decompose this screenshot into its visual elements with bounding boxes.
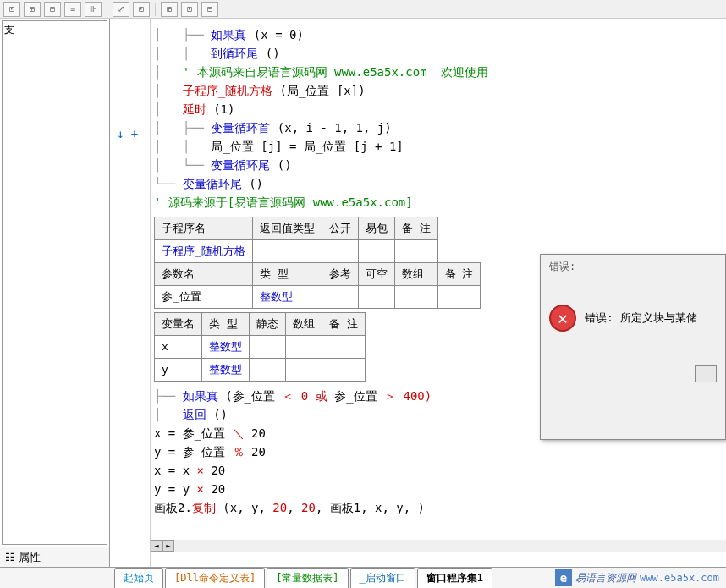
properties-label: 属性 [19,550,41,565]
toolbar-btn-2[interactable]: ⊞ [24,2,41,17]
dialog-body: ✕ 错误: 所定义块与某储 [541,279,725,357]
scroll-right-icon[interactable]: ► [162,540,174,552]
tab-startup-window[interactable]: _启动窗口 [350,568,415,588]
code-line: ' 源码来源于[易语言源码网 www.e5a5x.com] [154,193,723,212]
left-panel: 支 ☷ 属性 [0,19,110,567]
toolbar-btn-6[interactable]: ⤢ [113,2,129,17]
th: 变量名 [155,313,202,336]
toolbar-separator [107,3,107,16]
toolbar-separator [155,3,156,16]
th: 类 型 [202,313,250,336]
td[interactable]: 整数型 [252,286,322,309]
td[interactable] [358,286,394,309]
code-line: │ │ 局_位置 [j] = 局_位置 [j + 1] [154,137,723,156]
th: 易包 [358,217,394,240]
td[interactable] [322,359,366,382]
td[interactable] [252,240,322,263]
td[interactable] [437,286,481,309]
left-item: 支 [3,21,107,39]
td[interactable] [286,359,322,382]
td[interactable]: x [155,336,202,359]
toolbar-btn-10[interactable]: ⊟ [201,2,218,17]
code-gutter: ↓ + [110,19,151,567]
tab-start-page[interactable]: 起始页 [114,568,163,588]
watermark-text: 易语言资源网 [575,571,636,585]
code-line: y = 参_位置 ％ 20 [154,442,723,461]
error-icon: ✕ [549,305,576,332]
scroll-left-icon[interactable]: ◄ [151,540,162,552]
code-line: │ ' 本源码来自易语言源码网 www.e5a5x.com 欢迎使用 [154,63,723,81]
td[interactable] [322,286,358,309]
code-line: │ 子程序_随机方格 (局_位置 [x]) [154,81,723,100]
th: 类 型 [252,263,322,286]
td[interactable]: 子程序_随机方格 [155,240,253,263]
td[interactable] [394,286,437,309]
code-line: │ │ 到循环尾 () [154,44,723,63]
th: 子程序名 [155,217,253,240]
toolbar-btn-3[interactable]: ⊟ [44,2,61,17]
watermark-logo-icon: e [555,569,572,586]
properties-icon: ☷ [5,551,15,563]
code-line: │ 延时 (1) [154,100,723,118]
td[interactable]: y [155,359,202,382]
dialog-title: 错误: [541,255,725,279]
top-toolbar: ⊡ ⊞ ⊟ ≡ ⊪ ⤢ ⊡ ⊞ ⊡ ⊟ [0,0,726,19]
th: 静态 [250,313,286,336]
td[interactable] [322,336,366,359]
tab-dll-defs[interactable]: [Dll命令定义表] [165,568,265,588]
dialog-ok-button[interactable] [695,365,717,382]
toolbar-btn-1[interactable]: ⊡ [3,2,20,17]
td[interactable] [358,240,394,263]
toolbar-btn-7[interactable]: ⊡ [133,2,150,17]
th: 数组 [394,263,437,286]
code-line: │ ├── 如果真 (x = 0) [154,25,723,44]
dialog-message: 错误: 所定义块与某储 [585,310,697,326]
td[interactable]: 整数型 [202,359,250,382]
horizontal-scrollbar[interactable]: ◄ ► [151,540,726,552]
code-line: │ └── 变量循环尾 () [154,156,723,174]
watermark-url: www.e5a5x.com [640,572,719,584]
th: 参数名 [155,263,253,286]
toolbar-btn-8[interactable]: ⊞ [161,2,178,17]
code-line: y = y × 20 [154,480,723,498]
code-line: x = x × 20 [154,461,723,480]
tab-procedure-set[interactable]: 窗口程序集1 [417,568,492,588]
gutter-marks[interactable]: ↓ + [117,127,138,140]
td[interactable] [322,240,358,263]
tab-constants[interactable]: [常量数据表] [267,568,348,588]
toolbar-btn-5[interactable]: ⊪ [85,2,102,17]
th: 参考 [322,263,358,286]
td[interactable]: 整数型 [202,336,250,359]
error-dialog: 错误: ✕ 错误: 所定义块与某储 [540,254,726,440]
dialog-buttons [541,357,725,393]
th: 备 注 [322,313,366,336]
td[interactable] [250,336,286,359]
table-vars[interactable]: 变量名 类 型 静态 数组 备 注 x 整数型 y [154,312,366,382]
td[interactable] [250,359,286,382]
th: 可空 [358,263,394,286]
left-list[interactable]: 支 [2,20,107,545]
watermark: e 易语言资源网 www.e5a5x.com [555,569,719,586]
toolbar-btn-4[interactable]: ≡ [64,2,81,17]
th: 公开 [322,217,358,240]
code-line: 画板2.复制 (x, y, 20, 20, 画板1, x, y, ) [154,498,723,517]
th: 数组 [286,313,322,336]
code-line: └── 变量循环尾 () [154,174,723,193]
td[interactable] [286,336,322,359]
code-line: │ ├── 变量循环首 (x, i - 1, 1, j) [154,118,723,137]
td[interactable] [394,240,437,263]
properties-button[interactable]: ☷ 属性 [0,547,109,567]
th: 返回值类型 [252,217,322,240]
toolbar-btn-9[interactable]: ⊡ [181,2,198,17]
table-sub[interactable]: 子程序名 返回值类型 公开 易包 备 注 子程序_随机方格 参数 [154,217,481,309]
td[interactable]: 参_位置 [155,286,253,309]
th: 备 注 [437,263,481,286]
th: 备 注 [394,217,437,240]
